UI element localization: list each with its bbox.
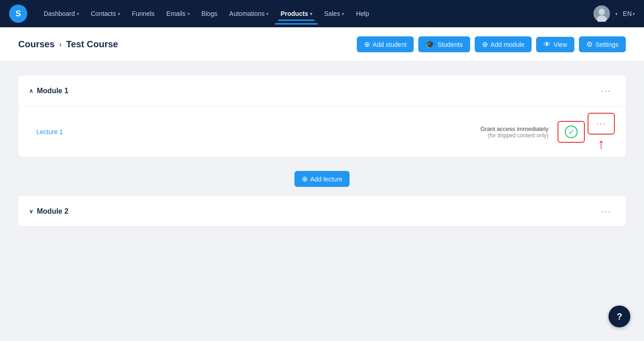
chevron-down-icon: ▾: [77, 11, 79, 16]
breadcrumb-separator: ›: [59, 40, 61, 49]
plus-icon: ⊕: [302, 175, 308, 183]
check-circle-icon: ✓: [565, 125, 578, 138]
chevron-down-icon: ▾: [310, 11, 312, 16]
plus-icon: ⊕: [364, 40, 370, 49]
module-2-header[interactable]: ∨ Module 2 ···: [18, 196, 626, 226]
add-lecture-row: ⊕ Add lecture: [18, 162, 626, 196]
add-student-button[interactable]: ⊕ Add student: [357, 36, 414, 52]
settings-button[interactable]: ⚙ Settings: [579, 36, 626, 52]
lecture-1-buttons: ✓ ··· ↑: [558, 113, 615, 151]
grant-access-text: Grant access immediately (for dripped co…: [480, 125, 548, 139]
chevron-down-icon: ▾: [118, 11, 120, 16]
module-card-1: ∧ Module 1 ··· Lecture 1 Grant access im…: [18, 75, 626, 157]
breadcrumb-current: Test Course: [66, 39, 118, 50]
nav-right: ▾ EN ▾: [593, 5, 635, 22]
page-header: Courses › Test Course ⊕ Add student 🎓 St…: [0, 27, 644, 62]
chevron-down-icon: ▾: [342, 11, 344, 16]
lecture-1-actions: Grant access immediately (for dripped co…: [480, 113, 615, 151]
nav-automations[interactable]: Automations ▾: [224, 6, 274, 21]
nav-items: Dashboard ▾ Contacts ▾ Funnels Emails ▾ …: [38, 6, 592, 21]
header-actions: ⊕ Add student 🎓 Students ⊕ Add module 👁 …: [357, 36, 626, 52]
nav-funnels[interactable]: Funnels: [127, 6, 160, 21]
chevron-down-icon: ∨: [29, 208, 33, 215]
grant-access-label: Grant access immediately: [480, 125, 548, 132]
lecture-1-link[interactable]: Lecture 1: [36, 128, 63, 135]
module-1-menu-button[interactable]: ···: [597, 84, 615, 98]
module-1-header[interactable]: ∧ Module 1 ···: [18, 75, 626, 106]
chevron-down-icon[interactable]: ▾: [615, 11, 618, 16]
module-2-title: ∨ Module 2: [29, 207, 68, 216]
breadcrumb: Courses › Test Course: [18, 39, 118, 50]
gear-icon: ⚙: [586, 40, 593, 49]
breadcrumb-parent[interactable]: Courses: [18, 39, 55, 50]
nav-help[interactable]: Help: [350, 6, 375, 21]
module-2-menu-button[interactable]: ···: [597, 204, 615, 218]
add-module-button[interactable]: ⊕ Add module: [475, 36, 532, 52]
nav-blogs[interactable]: Blogs: [196, 6, 223, 21]
svg-point-1: [598, 9, 605, 15]
nav-contacts[interactable]: Contacts ▾: [86, 6, 126, 21]
navbar: S Dashboard ▾ Contacts ▾ Funnels Emails …: [0, 0, 644, 27]
grant-access-toggle-button[interactable]: ✓: [558, 121, 585, 143]
lecture-row-1: Lecture 1 Grant access immediately (for …: [18, 106, 626, 157]
students-icon: 🎓: [426, 40, 435, 49]
students-button[interactable]: 🎓 Students: [418, 36, 470, 52]
help-button[interactable]: ?: [609, 306, 630, 327]
logo-letter: S: [15, 9, 21, 19]
module-card-2: ∨ Module 2 ···: [18, 196, 626, 226]
add-lecture-button[interactable]: ⊕ Add lecture: [294, 171, 350, 187]
grant-access-sublabel: (for dripped content only): [480, 132, 548, 139]
main-content: ∧ Module 1 ··· Lecture 1 Grant access im…: [0, 62, 644, 341]
chevron-down-icon: ▾: [188, 11, 190, 16]
chevron-down-icon: ▾: [633, 11, 635, 16]
nav-dashboard[interactable]: Dashboard ▾: [38, 6, 85, 21]
plus-icon: ⊕: [482, 40, 488, 49]
nav-emails[interactable]: Emails ▾: [161, 6, 195, 21]
view-button[interactable]: 👁 View: [536, 37, 574, 52]
user-avatar[interactable]: [593, 5, 610, 22]
nav-sales[interactable]: Sales ▾: [319, 6, 350, 21]
module-1-title: ∧ Module 1: [29, 87, 68, 95]
eye-icon: 👁: [543, 40, 551, 49]
nav-products[interactable]: Products ▾: [275, 6, 318, 21]
chevron-up-icon: ∧: [29, 88, 33, 94]
logo[interactable]: S: [9, 5, 27, 23]
red-up-arrow: ↑: [598, 136, 605, 151]
chevron-down-icon: ▾: [266, 11, 269, 16]
language-selector[interactable]: EN ▾: [623, 10, 635, 17]
lecture-1-more-button[interactable]: ···: [588, 113, 615, 135]
